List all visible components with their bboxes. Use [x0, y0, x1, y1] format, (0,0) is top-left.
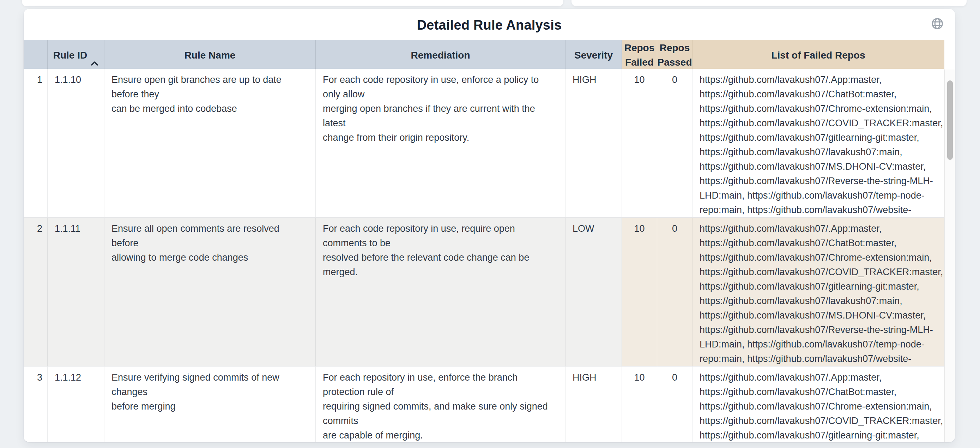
header-rule-id-label: Rule ID: [53, 48, 87, 62]
card-header: Detailed Rule Analysis: [24, 9, 955, 40]
cell-rule-name: Ensure verifying signed commits of new c…: [104, 367, 316, 442]
table-row: 3 1.1.12 Ensure verifying signed commits…: [24, 366, 944, 442]
cell-repos-failed: 10: [622, 218, 657, 366]
cell-rule-id: 1.1.10: [48, 69, 104, 217]
header-repos-failed[interactable]: Repos Failed: [622, 40, 657, 70]
header-remediation[interactable]: Remediation: [316, 40, 565, 70]
detailed-rule-analysis-card: Detailed Rule Analysis Rule ID Rule Name…: [24, 9, 955, 442]
sort-ascending-icon: [91, 41, 99, 70]
cell-failed-repos-list: https://github.com/lavakush07/.App:maste…: [692, 218, 944, 366]
table-header-row: Rule ID Rule Name Remediation Severity R…: [24, 40, 955, 69]
cell-repos-failed: 10: [622, 69, 657, 217]
table-row: 2 1.1.11 Ensure all open comments are re…: [24, 217, 944, 366]
cell-repos-failed: 10: [622, 367, 657, 442]
header-rule-name[interactable]: Rule Name: [104, 40, 316, 70]
cell-rule-name: Ensure all open comments are resolved be…: [104, 218, 316, 366]
table-row: 1 1.1.10 Ensure open git branches are up…: [24, 69, 944, 217]
cell-repos-passed: 0: [657, 69, 692, 217]
cell-rule-id: 1.1.11: [48, 218, 104, 366]
cell-remediation: For each code repository in use, require…: [316, 218, 565, 366]
header-scrollbar-gutter: [944, 40, 955, 70]
cell-failed-repos-list: https://github.com/lavakush07/.App:maste…: [692, 69, 944, 217]
cell-failed-repos-list: https://github.com/lavakush07/.App:maste…: [692, 367, 944, 442]
cell-repos-passed: 0: [657, 367, 692, 442]
cell-row-index: 1: [24, 69, 48, 217]
cell-remediation: For each repository in use, enforce the …: [316, 367, 565, 442]
scrollbar-thumb[interactable]: [947, 80, 953, 160]
cell-row-index: 2: [24, 218, 48, 366]
cell-severity: HIGH: [565, 69, 622, 217]
header-list-of-failed-repos[interactable]: List of Failed Repos: [692, 40, 944, 70]
cell-rule-id: 1.1.12: [48, 367, 104, 442]
cell-severity: HIGH: [565, 367, 622, 442]
partial-card-above-right: [571, 0, 967, 6]
table-body: 1 1.1.10 Ensure open git branches are up…: [24, 69, 944, 442]
header-rule-id[interactable]: Rule ID: [48, 40, 104, 70]
header-severity[interactable]: Severity: [565, 40, 622, 70]
partial-card-above-left: [22, 0, 563, 6]
cell-rule-name: Ensure open git branches are up to date …: [104, 69, 316, 217]
table-vertical-scrollbar[interactable]: [944, 70, 955, 442]
globe-icon[interactable]: [931, 17, 943, 30]
cell-remediation: For each code repository in use, enforce…: [316, 69, 565, 217]
cell-severity: LOW: [565, 218, 622, 366]
header-index: [24, 40, 48, 70]
page-title: Detailed Rule Analysis: [24, 9, 955, 41]
cell-repos-passed: 0: [657, 218, 692, 366]
cell-row-index: 3: [24, 367, 48, 442]
header-repos-passed[interactable]: Repos Passed: [657, 40, 692, 70]
